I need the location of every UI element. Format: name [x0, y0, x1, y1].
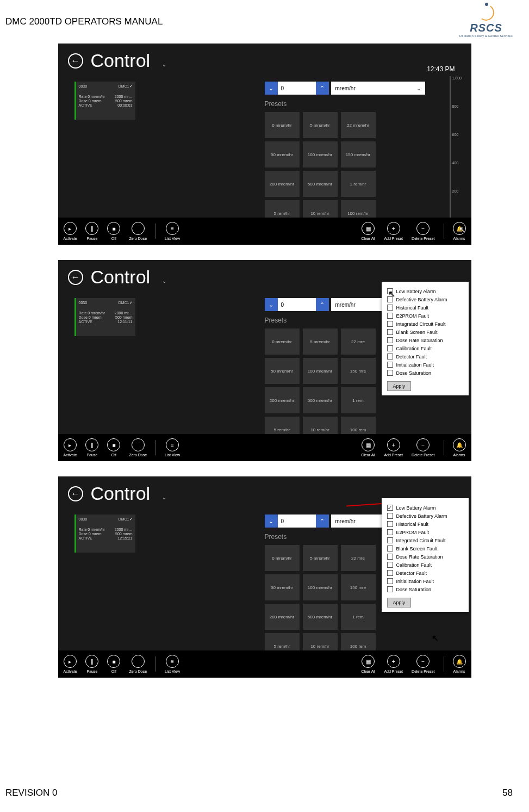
checkbox[interactable] [387, 313, 393, 319]
dropdown-caret-icon[interactable]: ⌄ [162, 494, 166, 500]
checkbox[interactable] [387, 578, 393, 584]
preset-button[interactable]: 50 mrem/hr [265, 141, 300, 168]
pause-button[interactable]: ‖Pause [85, 222, 98, 240]
delete-preset-button[interactable]: −Delete Preset [412, 222, 434, 240]
preset-button[interactable]: 500 mrem/hr [303, 171, 338, 197]
add-preset-button[interactable]: +Add Preset [384, 222, 403, 240]
alarm-option[interactable]: Initialization Fault [387, 362, 463, 368]
preset-button[interactable]: 150 mre [341, 574, 376, 600]
alarm-option[interactable]: ✓Low Battery Alarm [387, 505, 463, 511]
alarm-option[interactable]: Historical Fault [387, 521, 463, 527]
checkbox[interactable] [387, 288, 393, 294]
alarm-option[interactable]: Integrated Circuit Fault [387, 321, 463, 327]
preset-button[interactable]: 500 mrem/hr [303, 387, 338, 413]
checkbox[interactable] [387, 345, 393, 351]
dropdown-caret-icon[interactable]: ⌄ [162, 278, 166, 284]
activate-button[interactable]: ▸Activate [64, 222, 77, 240]
preset-button[interactable]: 22 mre [341, 328, 376, 355]
alarm-option[interactable]: Dose Rate Saturation [387, 337, 463, 343]
list-view-button[interactable]: ≡List View [165, 438, 180, 457]
checkbox[interactable] [387, 586, 393, 592]
activate-button[interactable]: ▸Activate [64, 438, 77, 457]
pause-button[interactable]: ‖Pause [85, 438, 98, 457]
spinner-up-button[interactable]: ⌃ [316, 82, 329, 95]
preset-button[interactable]: 100 mrem/hr [303, 141, 338, 168]
alarm-option[interactable]: Dose Rate Saturation [387, 554, 463, 560]
dropdown-caret-icon[interactable]: ⌄ [162, 61, 166, 67]
delete-preset-button[interactable]: −Delete Preset [412, 655, 434, 673]
off-button[interactable]: ■Off [107, 438, 120, 457]
checkbox[interactable] [387, 354, 393, 359]
checkbox[interactable] [387, 554, 393, 560]
back-button[interactable]: ← [68, 270, 83, 285]
list-view-button[interactable]: ≡List View [165, 222, 180, 240]
alarm-option[interactable]: Historical Fault [387, 305, 463, 311]
preset-button[interactable]: 200 mrem/hr [265, 171, 300, 197]
spinner-value-input[interactable]: 0 [278, 515, 316, 528]
checkbox[interactable] [387, 546, 393, 551]
preset-button[interactable]: 0 mrem/hr [265, 545, 300, 571]
preset-button[interactable]: 22 mre [341, 545, 376, 571]
device-tile[interactable]: 0030DMC1✓ Rate 0 mrem/hr2000 mr… Dose 0 … [74, 82, 135, 120]
alarm-option[interactable]: Calibration Fault [387, 562, 463, 568]
add-preset-button[interactable]: +Add Preset [384, 655, 403, 673]
unit-select[interactable]: mrem/hr [331, 82, 425, 95]
preset-button[interactable]: 0 mrem/hr [265, 328, 300, 355]
preset-button[interactable]: 100 mrem/hr [303, 358, 338, 384]
delete-preset-button[interactable]: −Delete Preset [412, 438, 434, 457]
spinner-value-input[interactable]: 0 [278, 298, 316, 311]
device-tile[interactable]: 0030DMC1✓ Rate 0 mrem/hr2000 mr… Dose 0 … [74, 515, 135, 553]
clear-all-button[interactable]: ▦Clear All [361, 438, 375, 457]
zero-dose-button[interactable]: Zero Dose [129, 222, 147, 240]
checkbox[interactable] [387, 537, 393, 543]
preset-button[interactable]: 1 rem [341, 604, 376, 630]
alarm-option[interactable]: Integrated Circuit Fault [387, 537, 463, 543]
activate-button[interactable]: ▸Activate [64, 655, 77, 673]
preset-button[interactable]: 22 mrem/hr [341, 112, 376, 138]
checkbox[interactable] [387, 305, 393, 311]
preset-button[interactable]: 200 mrem/hr [265, 604, 300, 630]
preset-button[interactable]: 150 mrem/hr [341, 141, 376, 168]
alarm-option[interactable]: Detector Fault [387, 354, 463, 359]
zero-dose-button[interactable]: Zero Dose [129, 438, 147, 457]
off-button[interactable]: ■Off [107, 655, 120, 673]
alarms-button[interactable]: 🔔Alarms [453, 222, 466, 240]
apply-button[interactable]: Apply [387, 381, 412, 391]
preset-button[interactable]: 50 mrem/hr [265, 358, 300, 384]
preset-button[interactable]: 1 rem [341, 387, 376, 413]
alarm-option[interactable]: Blank Screen Fault [387, 329, 463, 335]
clear-all-button[interactable]: ▦Clear All [361, 655, 375, 673]
list-view-button[interactable]: ≡List View [165, 655, 180, 673]
checkbox[interactable] [387, 321, 393, 327]
preset-button[interactable]: 50 mrem/hr [265, 574, 300, 600]
spinner-up-button[interactable]: ⌃ [316, 515, 329, 528]
checkbox[interactable] [387, 296, 393, 302]
preset-button[interactable]: 5 mrem/hr [303, 112, 338, 138]
checkbox[interactable] [387, 570, 393, 576]
back-button[interactable]: ← [68, 53, 83, 69]
preset-button[interactable]: 500 mrem/hr [303, 604, 338, 630]
alarm-option[interactable]: Defective Battery Alarm [387, 513, 463, 519]
preset-button[interactable]: 200 mrem/hr [265, 387, 300, 413]
alarm-option[interactable]: Defective Battery Alarm [387, 296, 463, 302]
preset-button[interactable]: 100 mrem/hr [303, 574, 338, 600]
checkbox-checked[interactable]: ✓ [387, 505, 393, 511]
alarm-option[interactable]: Detector Fault [387, 570, 463, 576]
back-button[interactable]: ← [68, 486, 83, 501]
zero-dose-button[interactable]: Zero Dose [129, 655, 147, 673]
checkbox[interactable] [387, 513, 393, 519]
preset-button[interactable]: 150 mre [341, 358, 376, 384]
clear-all-button[interactable]: ▦Clear All [361, 222, 375, 240]
alarm-option[interactable]: Low Battery Alarm [387, 288, 463, 294]
spinner-down-button[interactable]: ⌄ [265, 515, 278, 528]
add-preset-button[interactable]: +Add Preset [384, 438, 403, 457]
preset-button[interactable]: 5 mrem/hr [303, 328, 338, 355]
preset-button[interactable]: 1 rem/hr [341, 171, 376, 197]
apply-button[interactable]: Apply [387, 598, 412, 608]
alarm-option[interactable]: E2PROM Fault [387, 313, 463, 319]
alarm-option[interactable]: Dose Saturation [387, 370, 463, 376]
checkbox[interactable] [387, 370, 393, 376]
alarm-option[interactable]: Calibration Fault [387, 345, 463, 351]
alarms-button[interactable]: 🔔Alarms [453, 655, 466, 673]
alarm-option[interactable]: Initialization Fault [387, 578, 463, 584]
